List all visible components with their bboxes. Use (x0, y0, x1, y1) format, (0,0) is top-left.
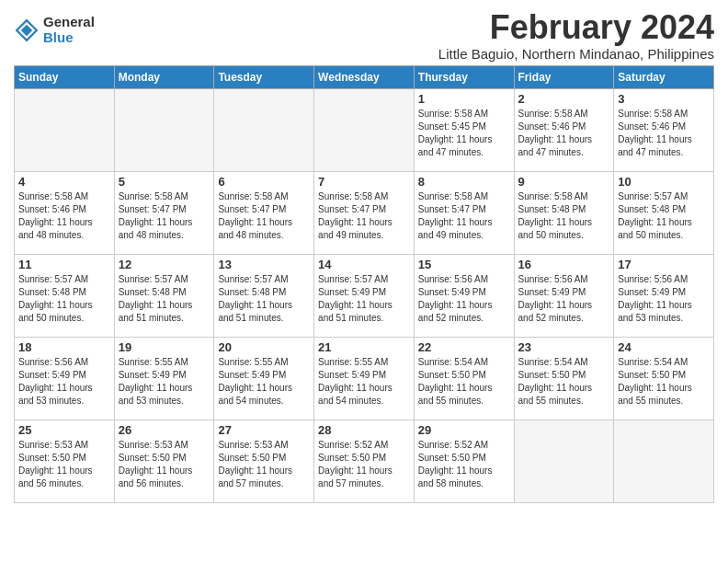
day-header-tuesday: Tuesday (214, 65, 314, 88)
day-detail: Sunrise: 5:55 AMSunset: 5:49 PMDaylight:… (318, 356, 410, 408)
day-number: 1 (418, 92, 510, 106)
calendar-cell-w0d4: 1Sunrise: 5:58 AMSunset: 5:45 PMDaylight… (414, 88, 514, 171)
calendar-cell-w4d1: 26Sunrise: 5:53 AMSunset: 5:50 PMDayligh… (114, 419, 214, 502)
day-number: 17 (618, 258, 710, 271)
calendar-cell-w4d3: 28Sunrise: 5:52 AMSunset: 5:50 PMDayligh… (314, 419, 415, 502)
day-number: 9 (518, 175, 610, 189)
day-detail: Sunrise: 5:58 AMSunset: 5:46 PMDaylight:… (18, 190, 110, 242)
calendar-cell-w0d1 (114, 88, 214, 171)
day-number: 3 (618, 92, 710, 106)
day-detail: Sunrise: 5:58 AMSunset: 5:45 PMDaylight:… (418, 108, 510, 159)
day-detail: Sunrise: 5:53 AMSunset: 5:50 PMDaylight:… (18, 439, 110, 490)
calendar-cell-w2d4: 15Sunrise: 5:56 AMSunset: 5:49 PMDayligh… (414, 254, 514, 337)
day-detail: Sunrise: 5:53 AMSunset: 5:50 PMDaylight:… (119, 439, 210, 490)
day-number: 11 (18, 258, 110, 271)
calendar-cell-w1d6: 10Sunrise: 5:57 AMSunset: 5:48 PMDayligh… (614, 171, 714, 254)
day-number: 2 (518, 92, 610, 106)
calendar-cell-w4d6 (614, 419, 714, 502)
day-number: 23 (518, 340, 610, 354)
day-header-saturday: Saturday (614, 65, 714, 88)
day-header-friday: Friday (514, 65, 614, 88)
calendar-cell-w4d4: 29Sunrise: 5:52 AMSunset: 5:50 PMDayligh… (414, 419, 514, 502)
logo-blue-text: Blue (43, 30, 95, 46)
day-detail: Sunrise: 5:58 AMSunset: 5:47 PMDaylight:… (318, 190, 410, 242)
calendar-cell-w3d3: 21Sunrise: 5:55 AMSunset: 5:49 PMDayligh… (314, 337, 415, 419)
calendar-cell-w3d5: 23Sunrise: 5:54 AMSunset: 5:50 PMDayligh… (514, 337, 614, 419)
day-detail: Sunrise: 5:55 AMSunset: 5:49 PMDaylight:… (218, 356, 310, 408)
calendar-cell-w1d1: 5Sunrise: 5:58 AMSunset: 5:47 PMDaylight… (114, 171, 214, 254)
day-number: 27 (218, 423, 310, 437)
calendar-cell-w2d2: 13Sunrise: 5:57 AMSunset: 5:48 PMDayligh… (214, 254, 314, 337)
day-number: 6 (218, 175, 310, 189)
day-number: 25 (18, 423, 110, 437)
calendar-table: SundayMondayTuesdayWednesdayThursdayFrid… (14, 65, 714, 503)
calendar-cell-w1d4: 8Sunrise: 5:58 AMSunset: 5:47 PMDaylight… (414, 171, 514, 254)
calendar-cell-w2d5: 16Sunrise: 5:56 AMSunset: 5:49 PMDayligh… (514, 254, 614, 337)
day-number: 29 (418, 423, 510, 437)
header: General Blue February 2024 Little Baguio… (14, 9, 714, 62)
calendar-cell-w4d0: 25Sunrise: 5:53 AMSunset: 5:50 PMDayligh… (15, 419, 115, 502)
day-detail: Sunrise: 5:57 AMSunset: 5:48 PMDaylight:… (218, 273, 310, 325)
calendar-cell-w3d6: 24Sunrise: 5:54 AMSunset: 5:50 PMDayligh… (614, 337, 714, 419)
day-number: 22 (418, 340, 510, 354)
day-number: 15 (418, 258, 510, 271)
day-number: 12 (119, 258, 210, 271)
calendar-cell-w1d2: 6Sunrise: 5:58 AMSunset: 5:47 PMDaylight… (214, 171, 314, 254)
day-number: 18 (18, 340, 110, 354)
day-number: 13 (218, 258, 310, 271)
month-title: February 2024 (438, 9, 714, 46)
day-number: 4 (18, 175, 110, 189)
day-number: 14 (318, 258, 410, 271)
day-header-wednesday: Wednesday (314, 65, 415, 88)
day-header-sunday: Sunday (15, 65, 115, 88)
day-detail: Sunrise: 5:54 AMSunset: 5:50 PMDaylight:… (518, 356, 610, 408)
calendar-cell-w0d6: 3Sunrise: 5:58 AMSunset: 5:46 PMDaylight… (614, 88, 714, 171)
day-number: 21 (318, 340, 410, 354)
day-detail: Sunrise: 5:57 AMSunset: 5:48 PMDaylight:… (18, 273, 110, 325)
day-number: 24 (618, 340, 710, 354)
day-detail: Sunrise: 5:52 AMSunset: 5:50 PMDaylight:… (418, 439, 510, 490)
calendar-cell-w4d5 (514, 419, 614, 502)
day-number: 26 (119, 423, 210, 437)
logo: General Blue (14, 15, 95, 45)
day-number: 7 (318, 175, 410, 189)
day-detail: Sunrise: 5:58 AMSunset: 5:47 PMDaylight:… (218, 190, 310, 242)
logo-general-text: General (43, 15, 95, 30)
day-detail: Sunrise: 5:54 AMSunset: 5:50 PMDaylight:… (618, 356, 710, 408)
day-number: 16 (518, 258, 610, 271)
calendar-cell-w4d2: 27Sunrise: 5:53 AMSunset: 5:50 PMDayligh… (214, 419, 314, 502)
calendar-cell-w0d5: 2Sunrise: 5:58 AMSunset: 5:46 PMDaylight… (514, 88, 614, 171)
calendar-cell-w3d0: 18Sunrise: 5:56 AMSunset: 5:49 PMDayligh… (15, 337, 115, 419)
day-detail: Sunrise: 5:54 AMSunset: 5:50 PMDaylight:… (418, 356, 510, 408)
calendar-cell-w2d6: 17Sunrise: 5:56 AMSunset: 5:49 PMDayligh… (614, 254, 714, 337)
title-area: February 2024 Little Baguio, Northern Mi… (438, 9, 714, 62)
day-detail: Sunrise: 5:56 AMSunset: 5:49 PMDaylight:… (418, 273, 510, 325)
day-detail: Sunrise: 5:57 AMSunset: 5:48 PMDaylight:… (119, 273, 210, 325)
day-header-thursday: Thursday (414, 65, 514, 88)
logo-icon (14, 17, 40, 43)
calendar-cell-w3d4: 22Sunrise: 5:54 AMSunset: 5:50 PMDayligh… (414, 337, 514, 419)
day-detail: Sunrise: 5:58 AMSunset: 5:47 PMDaylight:… (418, 190, 510, 242)
location-title: Little Baguio, Northern Mindanao, Philip… (438, 46, 714, 62)
day-number: 8 (418, 175, 510, 189)
day-detail: Sunrise: 5:58 AMSunset: 5:46 PMDaylight:… (518, 108, 610, 159)
calendar-cell-w1d3: 7Sunrise: 5:58 AMSunset: 5:47 PMDaylight… (314, 171, 415, 254)
calendar-cell-w1d0: 4Sunrise: 5:58 AMSunset: 5:46 PMDaylight… (15, 171, 115, 254)
day-number: 19 (119, 340, 210, 354)
day-detail: Sunrise: 5:58 AMSunset: 5:46 PMDaylight:… (618, 108, 710, 159)
day-detail: Sunrise: 5:58 AMSunset: 5:47 PMDaylight:… (119, 190, 210, 242)
calendar-cell-w0d2 (214, 88, 314, 171)
day-detail: Sunrise: 5:56 AMSunset: 5:49 PMDaylight:… (518, 273, 610, 325)
day-detail: Sunrise: 5:57 AMSunset: 5:49 PMDaylight:… (318, 273, 410, 325)
calendar-cell-w0d3 (314, 88, 415, 171)
day-number: 10 (618, 175, 710, 189)
day-detail: Sunrise: 5:58 AMSunset: 5:48 PMDaylight:… (518, 190, 610, 242)
day-detail: Sunrise: 5:52 AMSunset: 5:50 PMDaylight:… (318, 439, 410, 490)
day-detail: Sunrise: 5:55 AMSunset: 5:49 PMDaylight:… (119, 356, 210, 408)
calendar-cell-w1d5: 9Sunrise: 5:58 AMSunset: 5:48 PMDaylight… (514, 171, 614, 254)
calendar-cell-w3d1: 19Sunrise: 5:55 AMSunset: 5:49 PMDayligh… (114, 337, 214, 419)
calendar-cell-w3d2: 20Sunrise: 5:55 AMSunset: 5:49 PMDayligh… (214, 337, 314, 419)
day-detail: Sunrise: 5:57 AMSunset: 5:48 PMDaylight:… (618, 190, 710, 242)
day-detail: Sunrise: 5:53 AMSunset: 5:50 PMDaylight:… (218, 439, 310, 490)
day-number: 5 (119, 175, 210, 189)
